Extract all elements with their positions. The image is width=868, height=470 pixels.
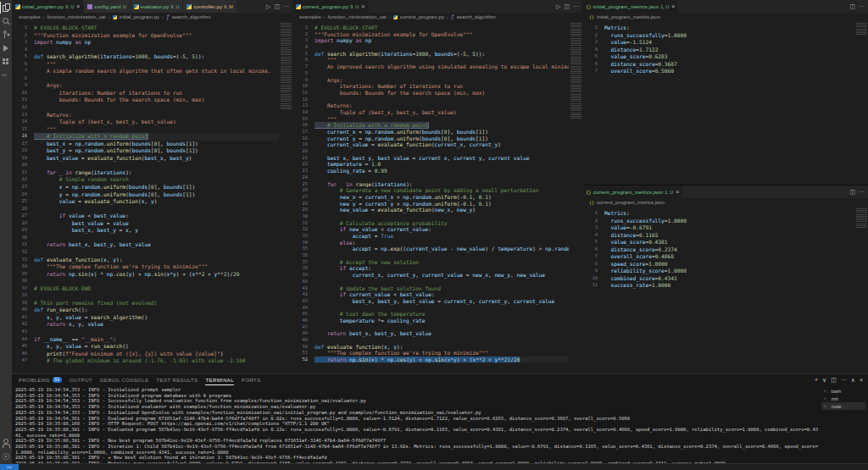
tab-decoration: U — [123, 4, 126, 9]
code-editor[interactable]: 1234567891011 Metrics: runs_successfully… — [582, 207, 868, 373]
panel-tab-debug-console[interactable]: DEBUG CONSOLE — [100, 374, 149, 385]
symbol-method-icon: ƒ — [451, 14, 454, 19]
activity-bar-bottom — [0, 435, 12, 464]
more-icon[interactable]: ⋯ — [841, 373, 847, 386]
split-icon[interactable]: ◫ — [831, 373, 837, 386]
settings-icon[interactable] — [0, 451, 12, 462]
breadcrumb-item[interactable]: examples — [299, 14, 321, 19]
code-editor[interactable]: 1234567 Metrics: runs_successfully=1.000… — [582, 21, 868, 185]
panel-tab-terminal[interactable]: TERMINAL — [205, 374, 234, 385]
source-control-icon[interactable] — [0, 29, 12, 41]
tab-label: evaluator.py — [141, 4, 170, 9]
breadcrumb-item[interactable]: function_minimization_oai — [328, 14, 387, 19]
minimap[interactable] — [856, 23, 867, 185]
more-icon[interactable]: ⋯ — [859, 0, 865, 13]
line-number: 10 — [582, 275, 600, 283]
plus-icon[interactable]: + — [815, 373, 818, 386]
minimap[interactable] — [570, 23, 581, 373]
line-number: 36 — [12, 278, 30, 285]
more-icon[interactable]: ⋯ — [283, 0, 289, 13]
split-icon[interactable]: ◫ — [849, 185, 855, 198]
more-icon[interactable]: ⋯ — [573, 0, 579, 13]
code-line: best_value = value — [34, 220, 279, 228]
terminal-session-bash[interactable]: >_bash — [821, 387, 865, 395]
tab-bar: initial_program_metrics.json1, U× ◫⋯ — [582, 0, 868, 13]
tab-initial_program.py[interactable]: initial_program.py9, U× — [12, 0, 84, 13]
breadcrumb-item[interactable]: current_program.py — [400, 14, 444, 19]
panel-tab-test-results[interactable]: TEST RESULTS — [157, 374, 198, 385]
close-icon[interactable]: × — [76, 3, 80, 9]
code-line: A simple random search algorithm that of… — [34, 68, 279, 75]
tab-label: initial_program.py — [22, 4, 64, 9]
panel-tab-ports[interactable]: PORTS — [242, 374, 261, 385]
tab-initial_program_metrics.json[interactable]: initial_program_metrics.json1, U× — [582, 0, 679, 13]
tab-decoration: 9, U — [350, 4, 359, 9]
close-icon[interactable]: × — [676, 189, 679, 195]
breadcrumb: examples›function_minimization_oai›curre… — [292, 13, 582, 21]
panel-tab-problems[interactable]: PROBLEMS30 — [19, 374, 62, 385]
remote-icon[interactable] — [0, 69, 12, 81]
close-icon[interactable]: × — [361, 3, 364, 9]
tab-evaluator.py[interactable]: evaluator.py9, U — [131, 0, 184, 13]
tab-actions: ◫⋯ — [846, 185, 868, 198]
account-icon[interactable] — [0, 437, 12, 449]
split-icon[interactable]: ◫ — [564, 0, 570, 13]
breadcrumb-item[interactable]: search_algorithm — [172, 14, 211, 19]
split-icon[interactable]: ◫ — [274, 0, 280, 13]
code-line: success_rate=1.0000 — [604, 282, 854, 290]
split-icon[interactable]: ◫ — [849, 0, 855, 13]
line-number: 23 — [292, 168, 310, 174]
code-line: temperature *= cooling_rate — [314, 318, 569, 324]
code-line: An improved search algorithm using simul… — [314, 64, 569, 70]
tab-actions: ▷◫⋯ — [553, 0, 582, 13]
line-number: 25 — [292, 181, 310, 188]
code-line — [34, 292, 279, 300]
breadcrumb-item[interactable]: examples — [19, 14, 41, 19]
remote-indicator[interactable]: >< — [0, 464, 19, 470]
tab-controller.py[interactable]: controller.py9, M — [183, 0, 236, 13]
explorer-icon[interactable] — [0, 2, 12, 14]
play-icon[interactable]: ▷ — [266, 0, 270, 13]
python-file-icon — [296, 4, 301, 9]
line-number: 15 — [12, 126, 30, 134]
code-line: if __name__ == "__main__": — [34, 336, 279, 344]
chevron-up-icon[interactable]: ∧ — [851, 373, 855, 386]
terminal-output[interactable]: 2025-05-19 19:34:54,353 - INFO - Initial… — [15, 387, 819, 465]
code-line: Metrics: — [604, 210, 854, 218]
tab-config.yaml[interactable]: config.yamlU — [84, 0, 130, 13]
line-number: 5 — [12, 53, 30, 61]
search-icon[interactable] — [0, 15, 12, 27]
more-icon[interactable]: ⋯ — [859, 185, 865, 198]
breadcrumb-item[interactable]: initial_program_metrics.json — [597, 14, 660, 19]
tab-current_program.py[interactable]: current_program.py9, U× — [292, 0, 369, 13]
panel-tab-label: PROBLEMS — [19, 378, 50, 383]
line-number: 16 — [12, 133, 30, 141]
code-line: x, y, value = run_search() — [34, 343, 279, 351]
code-line: current_x = np.random.uniform(bounds[0],… — [314, 129, 569, 135]
code-editor[interactable]: 1234567891011121314151617181920212223242… — [292, 21, 582, 373]
code-line: value = evaluate_function(x, y) — [34, 198, 279, 206]
terminal-session-node[interactable]: >_node — [821, 402, 865, 410]
minimap[interactable] — [281, 23, 292, 373]
close-icon[interactable]: × — [860, 373, 863, 386]
tab-actions: ◫⋯ — [846, 0, 868, 13]
terminal-session-zsh[interactable]: >_zsh — [821, 395, 865, 402]
code-editor[interactable]: 1234567891011121314151617181920212223242… — [12, 21, 292, 373]
line-number: 47 — [12, 357, 30, 365]
extensions-icon[interactable] — [0, 56, 12, 68]
line-number: 42 — [292, 291, 310, 298]
run-debug-icon[interactable] — [0, 42, 12, 54]
close-icon[interactable]: × — [671, 3, 675, 9]
chevron-down-icon[interactable]: ∨ — [822, 373, 826, 386]
minimap[interactable] — [856, 208, 867, 373]
line-number: 35 — [292, 246, 310, 252]
symbol-method-icon: ƒ — [166, 14, 170, 19]
panel-tab-output[interactable]: OUTPUT — [70, 374, 92, 385]
breadcrumb-item[interactable]: initial_program.py — [120, 14, 159, 19]
tab-current_program_metrics.json[interactable]: current_program_metrics.json1, U× — [582, 185, 683, 198]
breadcrumb-item[interactable]: search_algorithm — [457, 14, 496, 19]
line-number: 10 — [12, 90, 30, 97]
breadcrumb-item[interactable]: current_program_metrics.json — [597, 200, 665, 205]
play-icon[interactable]: ▷ — [556, 0, 560, 13]
breadcrumb-item[interactable]: function_minimization_oai — [47, 14, 106, 19]
